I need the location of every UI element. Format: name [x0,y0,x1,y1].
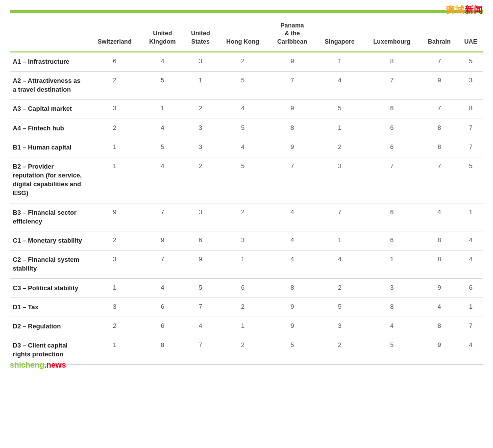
table-cell: 2 [316,138,364,157]
table-cell: 8 [458,100,483,119]
table-cell: 5 [184,278,217,298]
table-cell: 7 [184,298,217,317]
table-cell: 4 [217,100,269,119]
table-cell: 5 [141,138,184,157]
table-cell: 3 [88,298,141,317]
row-category: A3 – Capital market [10,100,88,119]
table-cell: 9 [88,203,141,231]
table-cell: 2 [88,119,141,138]
table-cell: 9 [269,52,316,72]
table-cell: 7 [269,71,316,99]
header-switzerland: Switzerland [88,18,141,52]
table-row: A1 – Infrastructure643291875 [10,52,483,72]
table-cell: 7 [458,138,483,157]
table-row: B1 – Human capital153492687 [10,138,483,157]
table-cell: 1 [458,298,483,317]
table-cell: 4 [458,250,483,278]
table-cell: 1 [316,231,364,250]
table-cell: 5 [363,336,420,364]
table-cell: 4 [420,298,459,317]
table-cell: 6 [363,138,420,157]
table-cell: 4 [141,157,184,203]
table-header-row: Switzerland UnitedKingdom UnitedStates H… [10,18,483,52]
table-row: C2 – Financial system stability379144184 [10,250,483,278]
table-cell: 8 [420,119,459,138]
table-row: A4 – Fintech hub243581687 [10,119,483,138]
table-cell: 8 [141,336,184,364]
table-cell: 4 [269,231,316,250]
table-cell: 6 [141,298,184,317]
table-cell: 4 [184,317,217,336]
table-cell: 6 [363,100,420,119]
table-cell: 1 [88,157,141,203]
row-category: C2 – Financial system stability [10,250,88,278]
table-cell: 4 [363,317,420,336]
table-cell: 2 [88,71,141,99]
page-container: 狮城新闻 Switzerland UnitedKingdom UnitedSta… [0,0,493,374]
table-cell: 2 [316,336,364,364]
row-category: D3 – Client capital rights protection [10,336,88,364]
table-cell: 7 [420,157,459,203]
table-cell: 5 [217,71,269,99]
table-row: D2 – Regulation264193487 [10,317,483,336]
table-cell: 9 [269,298,316,317]
table-cell: 4 [458,231,483,250]
table-cell: 2 [217,203,269,231]
table-cell: 7 [420,100,459,119]
table-row: C1 – Monetary stability296341684 [10,231,483,250]
table-cell: 1 [458,203,483,231]
table-cell: 5 [316,100,364,119]
table-cell: 4 [316,250,364,278]
table-cell: 3 [184,138,217,157]
row-category: B2 – Provider reputation (for service, d… [10,157,88,203]
table-cell: 6 [458,278,483,298]
table-row: D3 – Client capital rights protection187… [10,336,483,364]
table-cell: 7 [458,119,483,138]
header-bahrain: Bahrain [420,18,459,52]
table-cell: 8 [420,317,459,336]
table-cell: 4 [316,71,364,99]
table-row: D1 – Tax367295841 [10,298,483,317]
table-cell: 9 [269,317,316,336]
table-cell: 9 [269,138,316,157]
table-cell: 9 [420,278,459,298]
header-united-states: UnitedStates [184,18,217,52]
table-cell: 7 [141,203,184,231]
table-cell: 4 [141,52,184,72]
table-cell: 2 [217,336,269,364]
row-category: B3 – Financial sector efficiency [10,203,88,231]
header-united-kingdom: UnitedKingdom [141,18,184,52]
table-cell: 1 [88,336,141,364]
row-category: A2 – Attractiveness as a travel destinat… [10,71,88,99]
table-cell: 6 [141,317,184,336]
table-cell: 2 [88,231,141,250]
table-cell: 1 [217,317,269,336]
table-cell: 7 [363,71,420,99]
table-cell: 3 [88,100,141,119]
table-cell: 2 [184,157,217,203]
table-cell: 3 [184,203,217,231]
table-cell: 1 [363,250,420,278]
top-accent-bar [10,10,483,13]
table-cell: 6 [184,231,217,250]
table-cell: 7 [141,250,184,278]
table-cell: 6 [363,203,420,231]
table-cell: 5 [141,71,184,99]
table-cell: 7 [269,157,316,203]
table-cell: 5 [217,157,269,203]
table-row: B3 – Financial sector efficiency97324764… [10,203,483,231]
table-cell: 2 [217,52,269,72]
table-cell: 3 [184,119,217,138]
table-cell: 3 [184,52,217,72]
table-cell: 5 [269,336,316,364]
header-category [10,18,88,52]
table-cell: 8 [420,138,459,157]
table-cell: 5 [217,119,269,138]
table-cell: 4 [217,138,269,157]
row-category: A4 – Fintech hub [10,119,88,138]
table-cell: 7 [363,157,420,203]
table-cell: 1 [217,250,269,278]
table-cell: 9 [420,336,459,364]
table-cell: 1 [88,138,141,157]
table-cell: 9 [141,231,184,250]
